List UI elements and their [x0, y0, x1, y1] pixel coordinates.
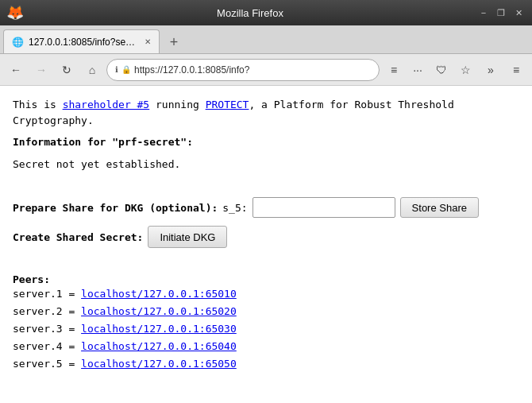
create-label: Create Shared Secret: [13, 231, 143, 243]
list-item: server.4 = localhost/127.0.0.1:65040 [13, 338, 519, 355]
info-header: Information for "prf-secret": [13, 134, 519, 150]
store-share-button[interactable]: Store Share [400, 197, 479, 218]
prepare-label: Prepare Share for DKG (optional): [13, 202, 218, 214]
peer-key: server.1 = [13, 288, 81, 300]
url-bar[interactable]: ℹ 🔒 https://127.0.0.1:8085/info? [106, 59, 380, 81]
create-secret-row: Create Shared Secret: Initiate DKG [13, 226, 519, 248]
bookmark-button[interactable]: ☆ [454, 59, 476, 81]
peers-label: Peers: [13, 273, 50, 285]
firefox-icon: 🦊 [6, 4, 24, 21]
peer-key: server.3 = [13, 323, 81, 335]
url-text: https://127.0.0.1:8085/info? [134, 64, 371, 76]
peers-section: Peers: server.1 = localhost/127.0.0.1:65… [13, 273, 519, 373]
info-icon: ℹ [115, 65, 118, 74]
initiate-dkg-button[interactable]: Initiate DKG [148, 226, 227, 248]
reload-button[interactable]: ↻ [56, 59, 78, 81]
peer-link[interactable]: localhost/127.0.0.1:65030 [81, 323, 237, 335]
tab-favicon: 🌐 [12, 37, 24, 48]
peer-key: server.2 = [13, 305, 81, 317]
tab-close-button[interactable]: ✕ [145, 37, 151, 46]
title-bar: 🦊 Mozilla Firefox − ❐ ✕ [0, 0, 532, 25]
more-button[interactable]: ··· [407, 59, 429, 81]
list-item: server.1 = localhost/127.0.0.1:65010 [13, 285, 519, 303]
intro-text-1: This is [13, 99, 63, 110]
reader-view-button[interactable]: ≡ [383, 59, 405, 81]
close-button[interactable]: ✕ [511, 6, 526, 20]
peer-key: server.5 = [13, 358, 81, 370]
nav-actions: ≡ ··· 🛡 ☆ [383, 59, 476, 81]
intro-text-2: running [149, 99, 205, 110]
list-item: server.3 = localhost/127.0.0.1:65030 [13, 320, 519, 338]
forward-button[interactable]: → [30, 59, 52, 81]
secret-status: Secret not yet established. [13, 157, 519, 172]
new-tab-button[interactable]: + [163, 31, 185, 53]
peer-key: server.4 = [13, 340, 81, 352]
shield-button[interactable]: 🛡 [430, 59, 453, 81]
prepare-var: s_5: [222, 202, 247, 214]
overflow-button[interactable]: » [480, 59, 502, 81]
lock-icon: 🔒 [121, 65, 131, 74]
peer-link[interactable]: localhost/127.0.0.1:65040 [81, 340, 237, 352]
protect-link[interactable]: PROTECT [206, 99, 249, 110]
intro-paragraph: This is shareholder #5 running PROTECT, … [13, 97, 519, 128]
restore-button[interactable]: ❐ [494, 6, 508, 20]
tab-label: 127.0.0.1:8085/info?secretN [29, 37, 140, 48]
peers-list: server.1 = localhost/127.0.0.1:65010serv… [13, 285, 519, 373]
peer-link[interactable]: localhost/127.0.0.1:65050 [81, 358, 237, 370]
back-button[interactable]: ← [5, 59, 27, 81]
minimize-button[interactable]: − [476, 6, 491, 20]
home-button[interactable]: ⌂ [81, 59, 103, 81]
active-tab[interactable]: 🌐 127.0.0.1:8085/info?secretN ✕ [3, 29, 160, 53]
window-title: Mozilla Firefox [24, 7, 476, 19]
share-input[interactable] [253, 197, 395, 218]
list-item: server.2 = localhost/127.0.0.1:65020 [13, 303, 519, 320]
tab-bar: 🌐 127.0.0.1:8085/info?secretN ✕ + [0, 25, 532, 54]
list-item: server.5 = localhost/127.0.0.1:65050 [13, 355, 519, 373]
title-bar-left: 🦊 [6, 4, 24, 21]
hamburger-menu[interactable]: ≡ [505, 59, 527, 81]
navigation-bar: ← → ↻ ⌂ ℹ 🔒 https://127.0.0.1:8085/info?… [0, 54, 532, 86]
peer-link[interactable]: localhost/127.0.0.1:65010 [81, 288, 237, 300]
shareholder-link[interactable]: shareholder #5 [63, 99, 150, 110]
peer-link[interactable]: localhost/127.0.0.1:65020 [81, 305, 237, 317]
page-content: This is shareholder #5 running PROTECT, … [0, 86, 532, 403]
window-controls: − ❐ ✕ [476, 6, 526, 20]
prepare-share-row: Prepare Share for DKG (optional): s_5: S… [13, 197, 519, 218]
